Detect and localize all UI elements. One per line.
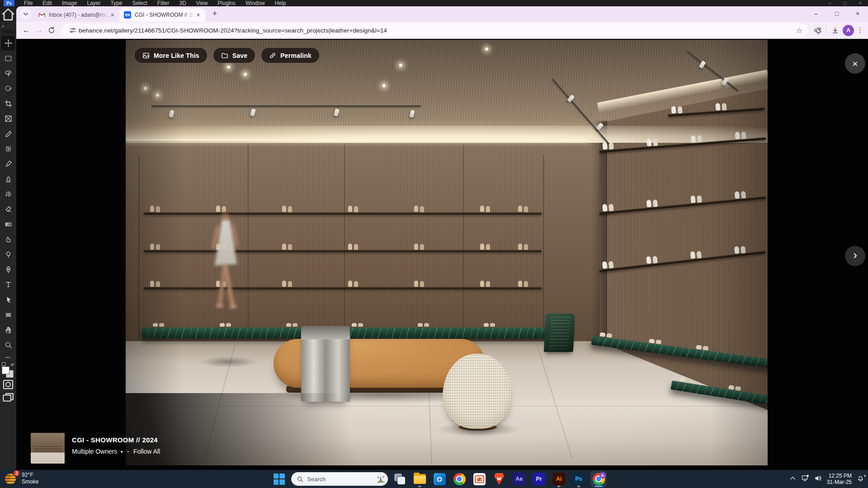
home-icon[interactable] (0, 7, 16, 22)
marquee-tool-icon[interactable] (1, 51, 15, 66)
foreground-color-swatch[interactable] (2, 366, 9, 374)
outlook-button[interactable]: O (431, 471, 448, 487)
network-icon[interactable] (802, 474, 809, 484)
tab-close-icon[interactable]: × (194, 11, 202, 19)
taskbar-search[interactable]: Search (291, 472, 388, 486)
chevron-down-icon[interactable]: ▾ (120, 449, 123, 454)
reload-button[interactable] (45, 24, 58, 37)
weather-widget[interactable]: 3 92°F Smoke (5, 472, 38, 485)
illustrator-button[interactable]: Ai (551, 471, 567, 487)
frame-tool-icon[interactable] (1, 111, 15, 126)
brave-icon (494, 473, 505, 485)
ps-menu-type[interactable]: Type (105, 0, 127, 7)
swap-colors-icon[interactable]: ⇄ (10, 362, 14, 367)
notification-bell-icon[interactable]: z (857, 474, 864, 484)
powerpoint-button[interactable] (471, 471, 487, 487)
chrome-menu-icon[interactable]: ⋮ (857, 26, 863, 34)
pen-tool-icon[interactable] (1, 262, 15, 277)
bookmark-star-icon[interactable]: ☆ (796, 26, 802, 35)
more-like-this-button[interactable]: More Like This (135, 48, 207, 63)
history-brush-tool-icon[interactable] (1, 187, 15, 202)
object-selection-tool-icon[interactable] (1, 81, 15, 96)
ps-close-button[interactable]: × (853, 0, 868, 7)
dodge-tool-icon[interactable] (1, 247, 15, 262)
new-tab-button[interactable]: + (209, 8, 221, 19)
ps-menu-file[interactable]: File (19, 0, 38, 7)
ps-menu-image[interactable]: Image (57, 0, 82, 7)
quick-mask-icon[interactable] (1, 378, 15, 391)
eraser-tool-icon[interactable] (1, 202, 15, 216)
ps-minimize-button[interactable]: – (822, 0, 837, 7)
eyedropper-tool-icon[interactable] (1, 126, 15, 141)
downloads-icon[interactable] (829, 24, 841, 36)
ps-maximize-button[interactable]: □ (837, 0, 853, 7)
tab-close-icon[interactable]: × (108, 11, 116, 19)
move-tool-icon[interactable] (1, 36, 15, 51)
shoe-row (144, 280, 542, 287)
brave-button[interactable] (491, 471, 507, 487)
lasso-tool-icon[interactable] (1, 66, 15, 81)
site-info-icon[interactable] (67, 24, 79, 36)
chrome-active-button[interactable]: A (590, 471, 607, 487)
premiere-button[interactable]: Pr (531, 471, 547, 487)
gradient-tool-icon[interactable] (1, 217, 15, 232)
lightbox-next-button[interactable]: › (845, 246, 865, 266)
file-explorer-button[interactable] (411, 471, 428, 487)
profile-avatar[interactable]: A (843, 25, 854, 36)
project-image[interactable]: More Like This Save Permalink (126, 40, 768, 465)
back-button[interactable]: ← (20, 24, 33, 37)
forward-button[interactable]: → (33, 24, 45, 37)
start-button[interactable] (271, 471, 288, 487)
tab-gmail[interactable]: Inbox (407) - adam@moreidea × (33, 8, 119, 22)
ps-menu-filter[interactable]: Filter (152, 0, 175, 7)
tab-behance[interactable]: Bē CGI - SHOWROOM // 2024 :: Be × (119, 8, 205, 22)
brush-tool-icon[interactable] (1, 156, 15, 171)
project-thumbnail[interactable] (31, 433, 65, 464)
ps-menu-view[interactable]: View (191, 0, 213, 7)
close-button[interactable]: × (847, 6, 868, 21)
color-swatches[interactable]: ⇄ (1, 362, 15, 378)
tray-chevron-icon[interactable] (789, 474, 797, 484)
ps-menu-help[interactable]: Help (270, 0, 291, 7)
edit-toolbar-icon[interactable]: ••• (5, 352, 10, 361)
after-effects-button[interactable]: Ae (511, 471, 527, 487)
default-colors-icon[interactable] (2, 362, 5, 366)
hand-tool-icon[interactable] (1, 322, 15, 337)
taskbar-clock[interactable]: 12:25 PM 31-Mar-25 (827, 473, 852, 486)
chrome-button[interactable] (451, 471, 467, 487)
path-selection-tool-icon[interactable] (1, 292, 15, 307)
volume-icon[interactable] (814, 474, 822, 484)
gmail-icon (38, 11, 45, 19)
lightbox-close-button[interactable]: × (845, 53, 865, 74)
chrome-window: Inbox (407) - adam@moreidea × Bē CGI - S… (16, 6, 868, 470)
ps-menu-3d[interactable]: 3D (174, 0, 191, 7)
toolbar-drag-handle[interactable] (2, 30, 14, 34)
ps-menu-layer[interactable]: Layer (82, 0, 105, 7)
minimize-button[interactable]: – (806, 6, 826, 21)
photoshop-button[interactable]: Ps (571, 471, 587, 487)
maximize-button[interactable]: □ (826, 6, 847, 21)
taskbar-center: Search O Ae Pr Ai Ps A (271, 471, 607, 487)
task-view-button[interactable] (392, 471, 408, 487)
toolbar-collapse-icon[interactable]: » (0, 23, 16, 29)
crop-tool-icon[interactable] (1, 96, 15, 111)
smudge-tool-icon[interactable] (1, 232, 15, 247)
ps-menu-window[interactable]: Window (241, 0, 270, 7)
ps-menu-edit[interactable]: Edit (38, 0, 57, 7)
zoom-tool-icon[interactable] (1, 338, 15, 352)
screen-mode-icon[interactable] (1, 391, 15, 405)
follow-all-link[interactable]: Follow All (133, 448, 160, 455)
healing-brush-tool-icon[interactable] (1, 141, 15, 156)
clone-stamp-tool-icon[interactable] (1, 172, 15, 187)
url-text[interactable]: behance.net/gallery/211466751/CGI-SHOWRO… (79, 27, 793, 34)
type-tool-icon[interactable] (1, 277, 15, 292)
address-bar[interactable]: behance.net/gallery/211466751/CGI-SHOWRO… (61, 23, 808, 37)
rectangle-tool-icon[interactable] (1, 307, 15, 322)
extensions-icon[interactable] (811, 24, 823, 36)
ps-menu-select[interactable]: Select (127, 0, 152, 7)
save-button[interactable]: Save (213, 48, 255, 63)
permalink-button[interactable]: Permalink (261, 48, 319, 63)
owners-dropdown[interactable]: Multiple Owners (72, 448, 117, 455)
tab-search-button[interactable] (20, 8, 32, 20)
ps-menu-plugins[interactable]: Plugins (213, 0, 241, 7)
